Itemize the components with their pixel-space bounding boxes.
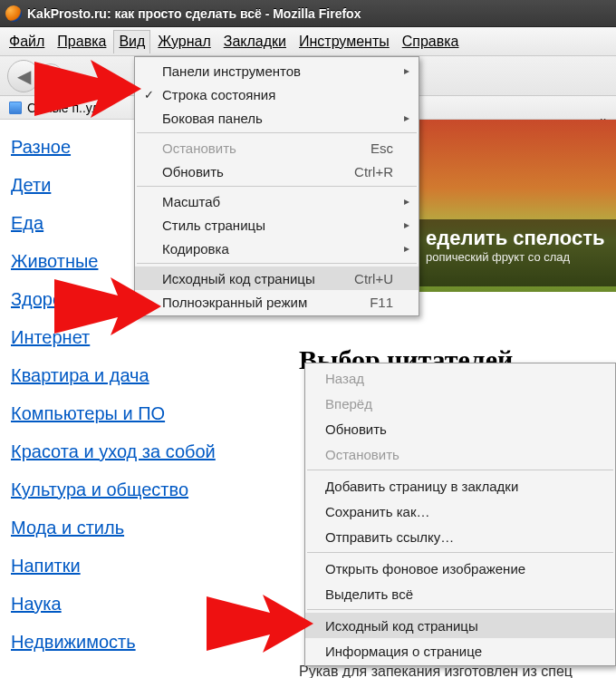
menu-bookmarks[interactable]: Закладки	[224, 34, 286, 50]
ctx-select-all[interactable]: Выделить всё	[305, 581, 615, 606]
menu-file[interactable]: Файл	[9, 34, 44, 50]
view-zoom[interactable]: Масштаб	[135, 189, 419, 213]
cat-link[interactable]: Красота и уход за собой	[11, 441, 274, 462]
ctx-forward: Вперёд	[305, 391, 615, 416]
menu-separator	[307, 552, 613, 553]
menu-edit[interactable]: Правка	[57, 34, 106, 50]
ctx-save-as[interactable]: Сохранить как…	[305, 499, 615, 524]
menu-history[interactable]: Журнал	[158, 34, 210, 50]
ctx-open-bg-image[interactable]: Открыть фоновое изображение	[305, 556, 615, 581]
menu-view[interactable]: Вид	[119, 34, 145, 50]
menu-separator	[307, 609, 613, 610]
bookmark-folder-icon	[9, 102, 22, 114]
menu-separator	[307, 470, 613, 470]
annotation-arrow-icon	[54, 270, 163, 343]
title-bar: KakProsto.ru: как просто сделать всё - M…	[0, 0, 616, 27]
ctx-view-source[interactable]: Исходный код страницы	[305, 613, 615, 638]
annotation-arrow-icon	[207, 587, 315, 660]
cat-link[interactable]: Квартира и дача	[11, 364, 274, 386]
svg-marker-1	[54, 277, 161, 335]
ctx-page-info[interactable]: Информация о странице	[305, 638, 615, 663]
cat-link[interactable]: Культура и общество	[11, 479, 274, 500]
view-reload[interactable]: ОбновитьCtrl+R	[135, 160, 419, 183]
cat-link[interactable]: Мода и стиль	[11, 517, 274, 538]
menu-help[interactable]: Справка	[402, 34, 459, 50]
view-statusbar[interactable]: Строка состояния	[135, 82, 419, 106]
menu-tools[interactable]: Инструменты	[299, 34, 390, 50]
view-page-style[interactable]: Стиль страницы	[135, 213, 419, 237]
cat-link[interactable]: Компьютеры и ПО	[11, 402, 274, 424]
view-sidebar[interactable]: Боковая панель	[135, 106, 419, 130]
window-title: KakProsto.ru: как просто сделать всё - M…	[27, 6, 361, 21]
view-fullscreen[interactable]: Полноэкранный режимF11	[135, 290, 419, 314]
ctx-stop: Остановить	[305, 441, 615, 467]
svg-marker-2	[207, 595, 313, 653]
menu-separator	[137, 263, 417, 264]
hero-overlay: еделить спелость ропический фрукт со сла…	[417, 219, 616, 286]
view-menu-dropdown: Панели инструментов Строка состояния Бок…	[134, 56, 419, 316]
hero-subtitle: ропический фрукт со слад	[426, 250, 607, 264]
svg-marker-0	[34, 60, 141, 118]
menu-separator	[137, 186, 417, 187]
view-encoding[interactable]: Кодировка	[135, 237, 419, 260]
hero-title: еделить спелость	[426, 227, 607, 250]
menu-separator	[137, 132, 417, 133]
view-toolbars[interactable]: Панели инструментов	[135, 59, 419, 82]
firefox-icon	[5, 5, 22, 22]
view-page-source[interactable]: Исходный код страницыCtrl+U	[135, 266, 419, 290]
annotation-arrow-icon	[34, 53, 143, 125]
ctx-back: Назад	[305, 365, 615, 391]
ctx-add-bookmark[interactable]: Добавить страницу в закладки	[305, 473, 615, 499]
context-menu: Назад Вперёд Обновить Остановить Добавит…	[304, 363, 616, 666]
ctx-reload[interactable]: Обновить	[305, 416, 615, 441]
cat-link[interactable]: Напитки	[11, 555, 274, 576]
ctx-send-link[interactable]: Отправить ссылку…	[305, 524, 615, 549]
view-stop: ОстановитьEsc	[135, 136, 419, 160]
